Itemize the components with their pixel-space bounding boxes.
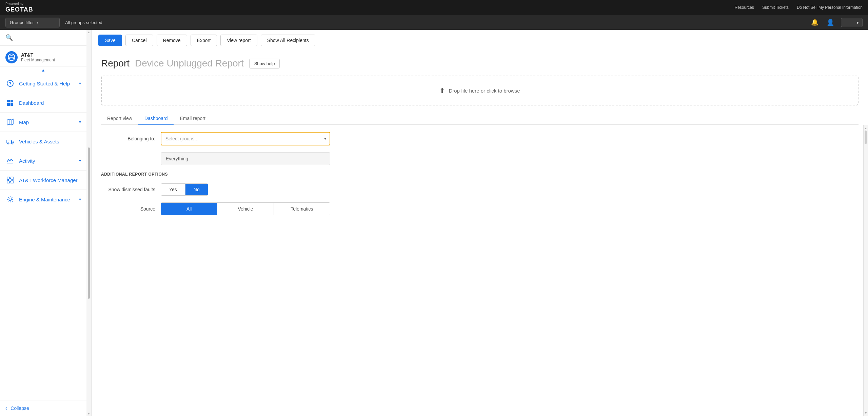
remove-button[interactable]: Remove bbox=[157, 35, 187, 46]
svg-rect-8 bbox=[11, 103, 13, 106]
user-menu-label bbox=[845, 20, 854, 25]
show-all-recipients-button[interactable]: Show All Recipients bbox=[261, 35, 315, 46]
sidebar-item-label: Map bbox=[19, 119, 75, 125]
sidebar-item-label: Dashboard bbox=[19, 100, 81, 106]
sidebar-item-label: Activity bbox=[19, 158, 75, 164]
toolbar: Save Cancel Remove Export View report Sh… bbox=[92, 30, 868, 51]
content-scroll-down-btn[interactable]: ▼ bbox=[864, 411, 868, 416]
select-dropdown-everything[interactable]: Everything bbox=[161, 152, 330, 165]
show-dismissed-row: Show dismissed faults Yes No bbox=[101, 183, 854, 196]
sidebar-scroll-down-btn[interactable]: ▼ bbox=[86, 412, 91, 416]
sidebar-scrollbar: ▲ ▼ bbox=[86, 30, 91, 416]
save-button[interactable]: Save bbox=[98, 35, 122, 46]
do-not-sell-link[interactable]: Do Not Sell My Personal Information bbox=[797, 5, 863, 10]
user-profile-button[interactable]: 👤 bbox=[825, 17, 835, 27]
dashboard-icon bbox=[5, 98, 15, 107]
question-circle-icon: ? bbox=[5, 79, 15, 88]
content-wrapper: Belonging to: Select groups... ▾ Everyth… bbox=[92, 125, 868, 416]
user-menu-button[interactable]: ▾ bbox=[841, 18, 863, 27]
show-dismissed-label: Show dismissed faults bbox=[101, 187, 155, 192]
tab-email-report[interactable]: Email report bbox=[174, 112, 211, 125]
tab-dashboard[interactable]: Dashboard bbox=[138, 112, 174, 125]
sidebar-item-label: AT&T Workforce Manager bbox=[19, 177, 81, 183]
collapse-label: Collapse bbox=[11, 405, 29, 411]
submit-tickets-link[interactable]: Submit Tickets bbox=[762, 5, 789, 10]
main-content: Save Cancel Remove Export View report Sh… bbox=[92, 30, 868, 416]
bottom-spacer bbox=[101, 222, 854, 242]
content-scrollbar: ▲ ▼ bbox=[863, 125, 868, 416]
dashboard-content: Belonging to: Select groups... ▾ Everyth… bbox=[92, 125, 863, 416]
sidebar-item-engine-maintenance[interactable]: Engine & Maintenance ▾ bbox=[0, 190, 86, 209]
svg-rect-11 bbox=[7, 140, 12, 143]
groups-filter-chevron-icon: ▾ bbox=[37, 21, 38, 24]
engine-icon bbox=[5, 195, 15, 204]
groups-filter-label: Groups filter bbox=[10, 20, 34, 25]
sidebar-item-map[interactable]: Map ▾ bbox=[0, 113, 86, 132]
view-report-button[interactable]: View report bbox=[220, 35, 257, 46]
collapse-button[interactable]: ‹ Collapse bbox=[0, 400, 86, 416]
activity-chevron-icon: ▾ bbox=[79, 158, 81, 163]
sidebar-scroll-up[interactable]: ▲ bbox=[0, 66, 86, 74]
resources-link[interactable]: Resources bbox=[735, 5, 754, 10]
sidebar-scroll-up-btn[interactable]: ▲ bbox=[86, 30, 91, 34]
topbar-logo: Powered by GEOTAB bbox=[5, 2, 33, 13]
select-groups-wrapper: Select groups... ▾ bbox=[161, 132, 330, 145]
dismissed-faults-toggle: Yes No bbox=[161, 183, 208, 196]
sidebar-item-getting-started[interactable]: ? Getting Started & Help ▾ bbox=[0, 74, 86, 93]
sidebar-logo-text: AT&T Fleet Management bbox=[21, 52, 55, 62]
groups-filter-button[interactable]: Groups filter ▾ bbox=[5, 18, 60, 27]
att-logo-icon bbox=[5, 51, 18, 63]
show-help-button[interactable]: Show help bbox=[249, 59, 280, 68]
source-vehicle-button[interactable]: Vehicle bbox=[217, 203, 274, 215]
dismissed-yes-button[interactable]: Yes bbox=[161, 184, 185, 195]
groups-selected-text: All groups selected bbox=[65, 20, 804, 25]
drop-zone-text: Drop file here or click to browse bbox=[449, 88, 520, 94]
sidebar-wrapper: 🔍 AT&T Fleet Management ▲ bbox=[0, 30, 92, 416]
source-label: Source bbox=[101, 206, 155, 212]
additional-options-title: ADDITIONAL REPORT OPTIONS bbox=[101, 172, 854, 177]
tab-bar: Report view Dashboard Email report bbox=[101, 112, 859, 125]
svg-point-13 bbox=[12, 143, 13, 144]
puzzle-icon bbox=[5, 175, 15, 185]
content-scroll-thumb[interactable] bbox=[865, 131, 867, 144]
svg-point-15 bbox=[9, 198, 12, 201]
sidebar-logo: AT&T Fleet Management bbox=[0, 46, 86, 66]
groups-bar-actions: 🔔 👤 ▾ bbox=[810, 17, 863, 27]
report-header: Report Device Unplugged Report Show help bbox=[92, 51, 868, 72]
belonging-to-label: Belonging to: bbox=[101, 136, 155, 141]
source-row: Source All Vehicle Telematics bbox=[101, 202, 854, 215]
sidebar-item-vehicles[interactable]: Vehicles & Assets bbox=[0, 132, 86, 151]
export-button[interactable]: Export bbox=[191, 35, 217, 46]
topbar-nav: Resources Submit Tickets Do Not Sell My … bbox=[735, 5, 863, 10]
source-telematics-button[interactable]: Telematics bbox=[274, 203, 330, 215]
sidebar-scroll-track bbox=[86, 34, 91, 412]
dismissed-no-button[interactable]: No bbox=[185, 184, 208, 195]
report-title-main: Report bbox=[101, 58, 130, 69]
select-groups-input[interactable]: Select groups... bbox=[161, 132, 330, 145]
svg-rect-5 bbox=[7, 100, 10, 102]
search-icon[interactable]: 🔍 bbox=[5, 34, 13, 41]
activity-icon bbox=[5, 156, 15, 165]
tab-report-view[interactable]: Report view bbox=[101, 112, 138, 125]
main-layout: 🔍 AT&T Fleet Management ▲ bbox=[0, 30, 868, 416]
company-name: AT&T bbox=[21, 52, 55, 58]
report-title-subtitle: Device Unplugged Report bbox=[135, 58, 244, 69]
user-icon: 👤 bbox=[827, 19, 834, 26]
powered-by-text: Powered by bbox=[5, 2, 33, 6]
collapse-arrow-icon: ‹ bbox=[5, 405, 7, 411]
notification-bell-button[interactable]: 🔔 bbox=[810, 17, 820, 27]
sidebar-item-activity[interactable]: Activity ▾ bbox=[0, 151, 86, 171]
sidebar-search-area: 🔍 bbox=[0, 30, 86, 46]
source-all-button[interactable]: All bbox=[161, 203, 217, 215]
file-drop-zone[interactable]: ⬆ Drop file here or click to browse bbox=[101, 76, 859, 105]
sidebar-item-att-workforce[interactable]: AT&T Workforce Manager bbox=[0, 171, 86, 190]
svg-point-12 bbox=[7, 143, 9, 144]
content-scroll-up-btn[interactable]: ▲ bbox=[864, 125, 868, 130]
sidebar-scroll-thumb[interactable] bbox=[88, 147, 90, 299]
sidebar-nav: ? Getting Started & Help ▾ bbox=[0, 74, 86, 400]
bell-icon: 🔔 bbox=[811, 19, 818, 26]
getting-started-chevron-icon: ▾ bbox=[79, 81, 81, 86]
cancel-button[interactable]: Cancel bbox=[125, 35, 153, 46]
sidebar-item-dashboard[interactable]: Dashboard bbox=[0, 93, 86, 113]
groups-bar: Groups filter ▾ All groups selected 🔔 👤 … bbox=[0, 15, 868, 30]
